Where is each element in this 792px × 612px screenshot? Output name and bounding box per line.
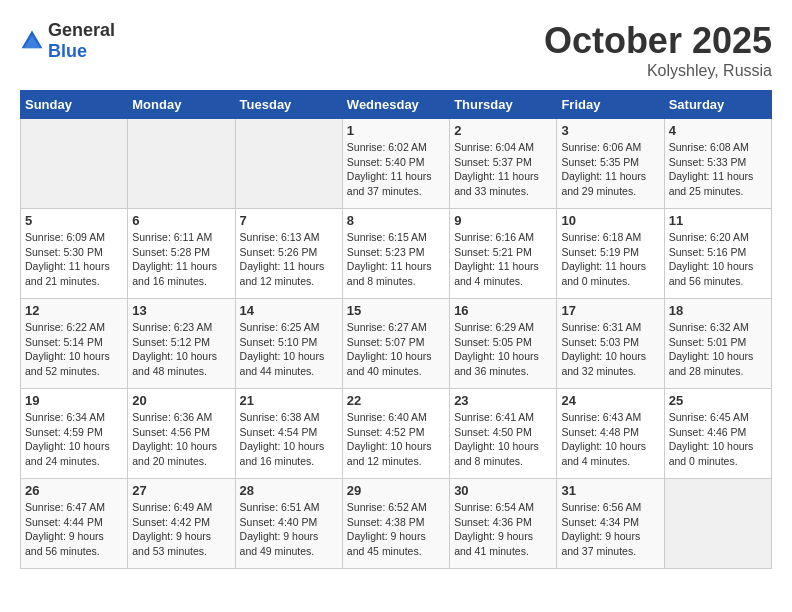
calendar-cell: 15Sunrise: 6:27 AM Sunset: 5:07 PM Dayli…	[342, 299, 449, 389]
day-number: 21	[240, 393, 338, 408]
calendar-cell: 6Sunrise: 6:11 AM Sunset: 5:28 PM Daylig…	[128, 209, 235, 299]
day-number: 20	[132, 393, 230, 408]
day-header-monday: Monday	[128, 91, 235, 119]
day-number: 23	[454, 393, 552, 408]
calendar-cell	[128, 119, 235, 209]
logo-blue-text: Blue	[48, 41, 87, 61]
calendar-cell: 8Sunrise: 6:15 AM Sunset: 5:23 PM Daylig…	[342, 209, 449, 299]
day-number: 17	[561, 303, 659, 318]
day-info: Sunrise: 6:27 AM Sunset: 5:07 PM Dayligh…	[347, 320, 445, 379]
day-info: Sunrise: 6:20 AM Sunset: 5:16 PM Dayligh…	[669, 230, 767, 289]
calendar-table: SundayMondayTuesdayWednesdayThursdayFrid…	[20, 90, 772, 569]
day-info: Sunrise: 6:15 AM Sunset: 5:23 PM Dayligh…	[347, 230, 445, 289]
calendar-cell	[235, 119, 342, 209]
calendar-cell: 2Sunrise: 6:04 AM Sunset: 5:37 PM Daylig…	[450, 119, 557, 209]
calendar-week-row: 26Sunrise: 6:47 AM Sunset: 4:44 PM Dayli…	[21, 479, 772, 569]
calendar-cell: 16Sunrise: 6:29 AM Sunset: 5:05 PM Dayli…	[450, 299, 557, 389]
day-header-friday: Friday	[557, 91, 664, 119]
day-number: 18	[669, 303, 767, 318]
day-info: Sunrise: 6:36 AM Sunset: 4:56 PM Dayligh…	[132, 410, 230, 469]
day-number: 7	[240, 213, 338, 228]
day-number: 24	[561, 393, 659, 408]
calendar-cell: 4Sunrise: 6:08 AM Sunset: 5:33 PM Daylig…	[664, 119, 771, 209]
day-number: 9	[454, 213, 552, 228]
calendar-cell: 24Sunrise: 6:43 AM Sunset: 4:48 PM Dayli…	[557, 389, 664, 479]
day-info: Sunrise: 6:41 AM Sunset: 4:50 PM Dayligh…	[454, 410, 552, 469]
day-info: Sunrise: 6:45 AM Sunset: 4:46 PM Dayligh…	[669, 410, 767, 469]
calendar-cell: 7Sunrise: 6:13 AM Sunset: 5:26 PM Daylig…	[235, 209, 342, 299]
day-info: Sunrise: 6:18 AM Sunset: 5:19 PM Dayligh…	[561, 230, 659, 289]
day-info: Sunrise: 6:47 AM Sunset: 4:44 PM Dayligh…	[25, 500, 123, 559]
day-info: Sunrise: 6:23 AM Sunset: 5:12 PM Dayligh…	[132, 320, 230, 379]
day-info: Sunrise: 6:09 AM Sunset: 5:30 PM Dayligh…	[25, 230, 123, 289]
calendar-cell: 27Sunrise: 6:49 AM Sunset: 4:42 PM Dayli…	[128, 479, 235, 569]
calendar-header-row: SundayMondayTuesdayWednesdayThursdayFrid…	[21, 91, 772, 119]
day-number: 31	[561, 483, 659, 498]
day-number: 12	[25, 303, 123, 318]
calendar-cell: 23Sunrise: 6:41 AM Sunset: 4:50 PM Dayli…	[450, 389, 557, 479]
calendar-cell: 30Sunrise: 6:54 AM Sunset: 4:36 PM Dayli…	[450, 479, 557, 569]
calendar-cell: 14Sunrise: 6:25 AM Sunset: 5:10 PM Dayli…	[235, 299, 342, 389]
day-number: 29	[347, 483, 445, 498]
location-title: Kolyshley, Russia	[544, 62, 772, 80]
day-number: 25	[669, 393, 767, 408]
calendar-cell: 1Sunrise: 6:02 AM Sunset: 5:40 PM Daylig…	[342, 119, 449, 209]
calendar-cell: 29Sunrise: 6:52 AM Sunset: 4:38 PM Dayli…	[342, 479, 449, 569]
month-title: October 2025	[544, 20, 772, 62]
day-info: Sunrise: 6:38 AM Sunset: 4:54 PM Dayligh…	[240, 410, 338, 469]
calendar-cell: 11Sunrise: 6:20 AM Sunset: 5:16 PM Dayli…	[664, 209, 771, 299]
logo: General Blue	[20, 20, 115, 62]
day-number: 22	[347, 393, 445, 408]
day-info: Sunrise: 6:22 AM Sunset: 5:14 PM Dayligh…	[25, 320, 123, 379]
calendar-cell: 12Sunrise: 6:22 AM Sunset: 5:14 PM Dayli…	[21, 299, 128, 389]
calendar-cell: 26Sunrise: 6:47 AM Sunset: 4:44 PM Dayli…	[21, 479, 128, 569]
day-info: Sunrise: 6:06 AM Sunset: 5:35 PM Dayligh…	[561, 140, 659, 199]
day-info: Sunrise: 6:13 AM Sunset: 5:26 PM Dayligh…	[240, 230, 338, 289]
day-info: Sunrise: 6:51 AM Sunset: 4:40 PM Dayligh…	[240, 500, 338, 559]
day-number: 5	[25, 213, 123, 228]
day-info: Sunrise: 6:52 AM Sunset: 4:38 PM Dayligh…	[347, 500, 445, 559]
calendar-cell: 9Sunrise: 6:16 AM Sunset: 5:21 PM Daylig…	[450, 209, 557, 299]
day-info: Sunrise: 6:31 AM Sunset: 5:03 PM Dayligh…	[561, 320, 659, 379]
day-header-wednesday: Wednesday	[342, 91, 449, 119]
day-number: 27	[132, 483, 230, 498]
title-area: October 2025 Kolyshley, Russia	[544, 20, 772, 80]
day-number: 6	[132, 213, 230, 228]
day-info: Sunrise: 6:49 AM Sunset: 4:42 PM Dayligh…	[132, 500, 230, 559]
calendar-cell: 31Sunrise: 6:56 AM Sunset: 4:34 PM Dayli…	[557, 479, 664, 569]
calendar-cell: 18Sunrise: 6:32 AM Sunset: 5:01 PM Dayli…	[664, 299, 771, 389]
calendar-cell: 25Sunrise: 6:45 AM Sunset: 4:46 PM Dayli…	[664, 389, 771, 479]
day-number: 16	[454, 303, 552, 318]
day-info: Sunrise: 6:11 AM Sunset: 5:28 PM Dayligh…	[132, 230, 230, 289]
day-number: 13	[132, 303, 230, 318]
day-info: Sunrise: 6:56 AM Sunset: 4:34 PM Dayligh…	[561, 500, 659, 559]
day-info: Sunrise: 6:54 AM Sunset: 4:36 PM Dayligh…	[454, 500, 552, 559]
calendar-week-row: 5Sunrise: 6:09 AM Sunset: 5:30 PM Daylig…	[21, 209, 772, 299]
calendar-cell: 13Sunrise: 6:23 AM Sunset: 5:12 PM Dayli…	[128, 299, 235, 389]
day-header-saturday: Saturday	[664, 91, 771, 119]
day-info: Sunrise: 6:34 AM Sunset: 4:59 PM Dayligh…	[25, 410, 123, 469]
calendar-cell: 5Sunrise: 6:09 AM Sunset: 5:30 PM Daylig…	[21, 209, 128, 299]
day-number: 26	[25, 483, 123, 498]
calendar-cell	[21, 119, 128, 209]
day-number: 15	[347, 303, 445, 318]
calendar-cell: 21Sunrise: 6:38 AM Sunset: 4:54 PM Dayli…	[235, 389, 342, 479]
day-number: 19	[25, 393, 123, 408]
header: General Blue October 2025 Kolyshley, Rus…	[20, 20, 772, 80]
calendar-cell: 10Sunrise: 6:18 AM Sunset: 5:19 PM Dayli…	[557, 209, 664, 299]
day-info: Sunrise: 6:04 AM Sunset: 5:37 PM Dayligh…	[454, 140, 552, 199]
day-number: 14	[240, 303, 338, 318]
day-number: 8	[347, 213, 445, 228]
day-info: Sunrise: 6:16 AM Sunset: 5:21 PM Dayligh…	[454, 230, 552, 289]
calendar-cell: 3Sunrise: 6:06 AM Sunset: 5:35 PM Daylig…	[557, 119, 664, 209]
day-number: 1	[347, 123, 445, 138]
day-info: Sunrise: 6:29 AM Sunset: 5:05 PM Dayligh…	[454, 320, 552, 379]
day-info: Sunrise: 6:40 AM Sunset: 4:52 PM Dayligh…	[347, 410, 445, 469]
calendar-cell: 20Sunrise: 6:36 AM Sunset: 4:56 PM Dayli…	[128, 389, 235, 479]
calendar-cell	[664, 479, 771, 569]
logo-icon	[20, 29, 44, 53]
logo-general-text: General	[48, 20, 115, 40]
day-header-sunday: Sunday	[21, 91, 128, 119]
day-info: Sunrise: 6:08 AM Sunset: 5:33 PM Dayligh…	[669, 140, 767, 199]
calendar-cell: 19Sunrise: 6:34 AM Sunset: 4:59 PM Dayli…	[21, 389, 128, 479]
